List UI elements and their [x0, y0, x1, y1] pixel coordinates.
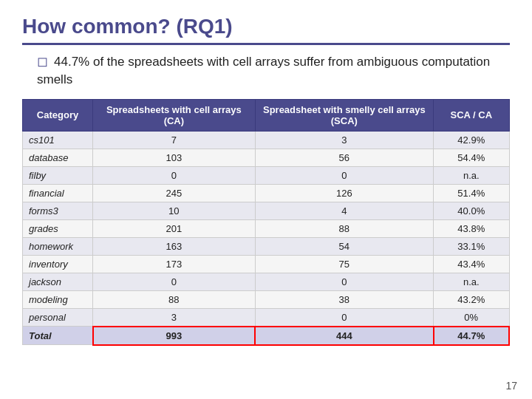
cell-category: database [23, 149, 93, 166]
table-row: inventory1737543.4% [23, 255, 510, 273]
slide: How common? (RQ1) ◻44.7% of the spreadsh… [0, 0, 532, 399]
cell-ca: 163 [93, 237, 256, 255]
cell-category: cs101 [23, 131, 93, 149]
cell-category: homework [23, 237, 93, 255]
page-title: How common? (RQ1) [22, 15, 510, 45]
cell-sca: 4 [255, 202, 433, 219]
cell-sca: 126 [255, 184, 433, 202]
total-label: Total [23, 327, 93, 345]
cell-category: financial [23, 184, 93, 202]
cell-sca-ca: 43.8% [434, 219, 509, 237]
cell-sca-ca: 43.4% [434, 255, 509, 273]
col-header-ca: Spreadsheets with cell arrays(CA) [93, 99, 256, 131]
table-row: cs1017342.9% [23, 131, 510, 149]
table-row: filby00n.a. [23, 166, 510, 184]
cell-sca: 88 [255, 219, 433, 237]
table-row: homework1635433.1% [23, 237, 510, 255]
cell-sca: 56 [255, 149, 433, 166]
cell-sca-ca: 40.0% [434, 202, 509, 219]
data-table: Category Spreadsheets with cell arrays(C… [22, 99, 510, 346]
subtitle-text: ◻44.7% of the spreadsheets with cell arr… [37, 52, 510, 89]
cell-ca: 0 [93, 273, 256, 290]
cell-ca: 201 [93, 219, 256, 237]
table-row: forms310440.0% [23, 202, 510, 219]
cell-ca: 103 [93, 149, 256, 166]
total-row: Total99344444.7% [23, 327, 510, 345]
cell-category: forms3 [23, 202, 93, 219]
total-ca: 993 [93, 327, 256, 345]
col-header-sca-ca: SCA / CA [434, 99, 509, 131]
cell-sca-ca: 43.2% [434, 290, 509, 308]
cell-ca: 245 [93, 184, 256, 202]
table-row: jackson00n.a. [23, 273, 510, 290]
page-number: 17 [505, 380, 517, 392]
table-row: database1035654.4% [23, 149, 510, 166]
cell-ca: 3 [93, 308, 256, 327]
cell-ca: 10 [93, 202, 256, 219]
col-header-sca: Spreadsheet with smelly cell arrays(SCA) [255, 99, 433, 131]
cell-ca: 0 [93, 166, 256, 184]
total-sca: 444 [255, 327, 433, 345]
table-row: modeling883843.2% [23, 290, 510, 308]
cell-category: personal [23, 308, 93, 327]
cell-sca: 54 [255, 237, 433, 255]
cell-sca: 0 [255, 166, 433, 184]
cell-ca: 88 [93, 290, 256, 308]
table-row: grades2018843.8% [23, 219, 510, 237]
cell-sca: 75 [255, 255, 433, 273]
table-row: financial24512651.4% [23, 184, 510, 202]
cell-sca-ca: n.a. [434, 273, 509, 290]
cell-sca-ca: 0% [434, 308, 509, 327]
cell-ca: 7 [93, 131, 256, 149]
cell-sca-ca: 33.1% [434, 237, 509, 255]
cell-category: inventory [23, 255, 93, 273]
cell-sca: 3 [255, 131, 433, 149]
bullet-icon: ◻ [37, 52, 48, 71]
cell-sca-ca: 54.4% [434, 149, 509, 166]
cell-category: modeling [23, 290, 93, 308]
cell-sca: 38 [255, 290, 433, 308]
table-row: personal300% [23, 308, 510, 327]
cell-sca-ca: 42.9% [434, 131, 509, 149]
total-sca-ca: 44.7% [434, 327, 509, 345]
cell-category: jackson [23, 273, 93, 290]
cell-category: filby [23, 166, 93, 184]
cell-sca: 0 [255, 273, 433, 290]
cell-category: grades [23, 219, 93, 237]
col-header-category: Category [23, 99, 93, 131]
cell-sca-ca: n.a. [434, 166, 509, 184]
cell-sca-ca: 51.4% [434, 184, 509, 202]
cell-ca: 173 [93, 255, 256, 273]
cell-sca: 0 [255, 308, 433, 327]
